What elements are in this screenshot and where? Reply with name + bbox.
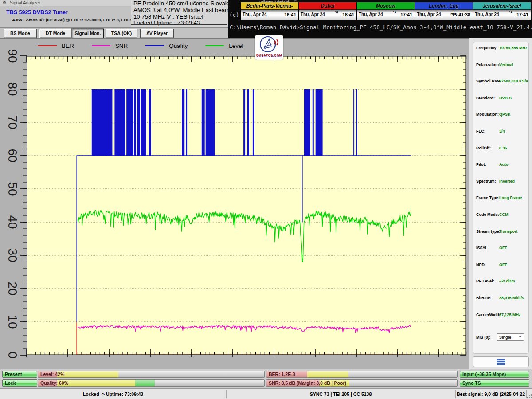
param-fec: FEC:3/4 bbox=[473, 129, 528, 135]
param-value: 37,125 MHz bbox=[499, 313, 521, 317]
param-value: 3/4 bbox=[499, 129, 505, 133]
param-value: 0.35 bbox=[499, 146, 507, 150]
param-label: Symbol Rate: bbox=[476, 79, 502, 83]
param-carrierwidth: CarrierWidth:37,125 MHz bbox=[473, 313, 528, 319]
param-npd: NPD:OFF bbox=[473, 262, 528, 269]
clock-time-row: Thu, Apr 24+218:41 bbox=[299, 10, 356, 20]
clock-time-row: Thu, Apr 2416:41 bbox=[241, 10, 298, 20]
y-axis-label: 50 bbox=[4, 180, 21, 198]
param-label: MIS (0): bbox=[476, 335, 491, 340]
param-label: Code Mode: bbox=[476, 212, 499, 217]
parameters-groupbox: MIS (0): Single ⌄ Frequency:10759,858 MH… bbox=[473, 42, 529, 354]
mode-tabs: BS ModeDT ModeSignal Mon.TSA (OK)AV Play… bbox=[0, 27, 228, 39]
mis-selected-value: Single bbox=[499, 335, 511, 340]
param-label: NPD: bbox=[476, 262, 486, 267]
level-bar: Level: 42% bbox=[38, 371, 265, 378]
legend-snr: SNR bbox=[92, 43, 128, 49]
tuner-details: 4.0W - Amos 3/7 (ID: 3560) @ LOF1: 97500… bbox=[12, 17, 141, 22]
param-bitrate: BitRate:38,015 Mbit/s bbox=[473, 296, 528, 302]
beam-info-block: PF Prodelin 450 cm/Lučenec-SlovakiaAMOS … bbox=[133, 0, 233, 27]
bar-label: SNR: 8,5 dB (Margin: 3,0 dB | Poor) bbox=[269, 380, 346, 386]
param-value: Auto bbox=[499, 162, 509, 167]
snr-bar: SNR: 8,5 dB (Margin: 3,0 dB | Poor) bbox=[266, 379, 458, 387]
capture-button[interactable] bbox=[473, 356, 529, 367]
legend-label: Quality bbox=[169, 43, 188, 49]
clock-utc-offset: +1 bbox=[393, 10, 396, 13]
y-axis-label: 0 bbox=[4, 346, 21, 364]
clock-utc-offset: +1 bbox=[509, 10, 512, 13]
bar-segment-green bbox=[135, 380, 154, 386]
tab-av-player[interactable]: AV Player bbox=[140, 29, 174, 38]
legend-label: Level bbox=[229, 43, 243, 49]
console-command: C:\Users\Roman Dávid>Signal Monitoring_P… bbox=[230, 24, 532, 31]
param-value: Vertical bbox=[499, 63, 513, 67]
status-bar: Locked -> Uptime: 73:09:43SYNC 73 | TEI … bbox=[0, 389, 532, 399]
legend-label: BER bbox=[62, 43, 74, 49]
param-value: OFF bbox=[499, 262, 507, 267]
chevron-down-icon: ⌄ bbox=[518, 332, 522, 340]
app-icon: ⚙ bbox=[3, 0, 6, 5]
quality-bar: Quality: 60% bbox=[38, 379, 265, 387]
param-value: DVB-S bbox=[499, 96, 512, 100]
legend-swatch bbox=[205, 45, 224, 46]
y-axis-label: 10 bbox=[4, 313, 21, 331]
param-label: FEC: bbox=[476, 129, 485, 133]
resize-grip[interactable] bbox=[526, 394, 532, 399]
clock-time: 17:41 bbox=[400, 12, 412, 17]
clock-dubai: DubaiThu, Apr 24+218:41 bbox=[299, 2, 357, 20]
bar-segment-yellow bbox=[307, 371, 348, 377]
beam-info-panel: PF Prodelin 450 cm/Lučenec-SlovakiaAMOS … bbox=[131, 0, 228, 27]
y-axis-label: 80 bbox=[4, 80, 21, 98]
param-label: RF Level: bbox=[476, 279, 494, 283]
y-axis-label: 90 bbox=[4, 47, 21, 65]
param-label: BitRate: bbox=[476, 296, 492, 300]
param-label: Standard: bbox=[476, 96, 495, 100]
clock-city-label: Berlin-Paris-Vienna-Roma bbox=[241, 2, 298, 10]
beam-info-line: AMOS 3 at 4,0°W_Middle East beam bbox=[133, 7, 233, 14]
clock-city-label: Moscow bbox=[357, 2, 415, 10]
param-value: Long Frame bbox=[499, 196, 522, 200]
legend-label: SNR bbox=[115, 43, 128, 49]
legend-ber: BER bbox=[38, 43, 74, 49]
ber-bar: BER: 1,2E-3 bbox=[266, 371, 458, 378]
clock-city-label: London, Eng bbox=[415, 2, 473, 10]
legend-quality: Quality bbox=[145, 43, 188, 49]
clock-date: Thu, Apr 24 bbox=[359, 12, 383, 17]
param-modulation: Modulation:QPSK bbox=[473, 112, 528, 118]
beam-info-line: 10 758 MHz-V : YES Israel bbox=[133, 14, 233, 20]
legend-swatch bbox=[92, 45, 110, 46]
clock-jerusalem-israel: Jerusalem-IsraelThu, Apr 24+117:41 bbox=[473, 2, 531, 20]
param-label: Polarization: bbox=[476, 63, 500, 67]
tab-bs-mode[interactable]: BS Mode bbox=[4, 29, 37, 38]
mis-dropdown[interactable]: Single ⌄ bbox=[497, 333, 524, 341]
param-value: 38,015 Mbit/s bbox=[499, 296, 524, 300]
clock-city-label: Dubai bbox=[299, 2, 356, 10]
striped-capture-icon bbox=[497, 359, 505, 365]
param-stream-type: Stream type:Transport bbox=[473, 229, 528, 235]
param-value: QPSK bbox=[499, 112, 511, 117]
param-label: ISSYI bbox=[476, 246, 486, 250]
bar-segment-yellow bbox=[57, 371, 118, 377]
clock-date: Thu, Apr 24 bbox=[417, 12, 441, 17]
clock-time: 15:41:38 bbox=[452, 12, 470, 17]
window-titlebar[interactable]: ⚙ Signal Analyzer bbox=[0, 0, 131, 6]
window-title: Signal Analyzer bbox=[10, 0, 40, 5]
tab-dt-mode[interactable]: DT Mode bbox=[39, 29, 72, 38]
divider-line bbox=[131, 24, 227, 25]
satellite-dish-icon bbox=[256, 35, 282, 53]
signal-indicator-bars: PresentLevel: 42%BER: 1,2E-3Input (~36,3… bbox=[0, 369, 532, 389]
beam-info-line: Locked Uptime : 73:09:43 bbox=[133, 20, 233, 27]
tab-signal-mon[interactable]: Signal Mon. bbox=[72, 29, 104, 38]
bar-label: Quality: 60% bbox=[40, 380, 68, 386]
logo-text: DXSATCS.COM bbox=[255, 53, 283, 57]
y-axis-label: 70 bbox=[4, 113, 21, 131]
clock-time-row: Thu, Apr 24+117:41 bbox=[473, 10, 531, 20]
y-axis-label: 20 bbox=[4, 280, 21, 297]
legend-level: Level bbox=[205, 43, 243, 49]
param-frame-type: Frame Type:Long Frame bbox=[473, 196, 528, 202]
beam-info-line: PF Prodelin 450 cm/Lučenec-Slovakia bbox=[133, 0, 233, 7]
clock-london-eng: London, EngThu, Apr 24-1DST15:41:38 bbox=[415, 2, 473, 20]
parameters-panel: MIS (0): Single ⌄ Frequency:10759,858 MH… bbox=[469, 38, 532, 369]
tab-tsa-ok[interactable]: TSA (OK) bbox=[106, 29, 137, 38]
clock-moscow: MoscowThu, Apr 24+117:41 bbox=[357, 2, 415, 20]
